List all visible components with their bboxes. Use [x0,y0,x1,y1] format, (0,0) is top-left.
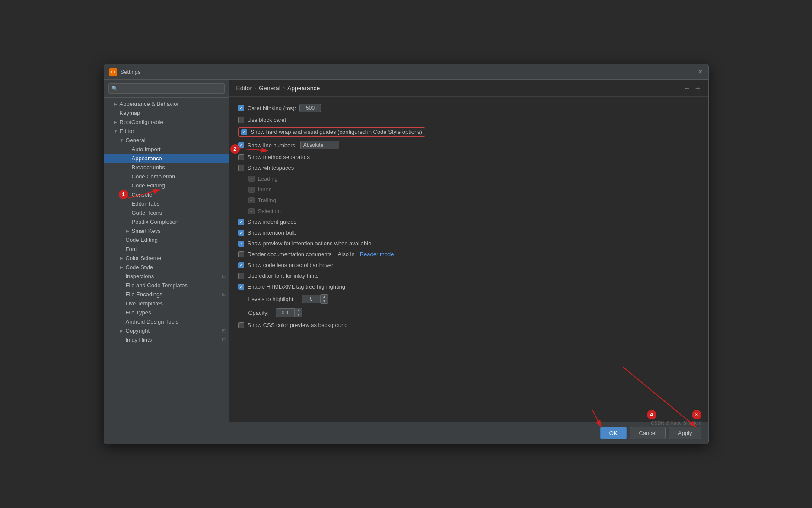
sidebar-label: Code Style [126,264,226,270]
inner-label: Inner [258,186,271,193]
sidebar-item-postfix-completion[interactable]: Postfix Completion [104,217,229,226]
sidebar-item-code-completion[interactable]: Code Completion [104,172,229,181]
apply-button[interactable]: Apply [669,427,701,439]
opacity-decrement-button[interactable]: ▼ [295,313,302,317]
sidebar-item-general[interactable]: ▼ General [104,136,229,145]
sidebar-item-editor[interactable]: ▼ Editor [104,127,229,136]
show-css-color-checkbox[interactable] [238,322,244,328]
sidebar-item-inspections[interactable]: Inspections ⊡ [104,272,229,281]
search-wrap: 🔍 [108,83,225,94]
breadcrumb-sep-1: › [255,85,256,91]
caret-blink-row: Caret blinking (ms): [238,104,700,112]
show-whitespaces-label: Show whitespaces [248,165,294,171]
sidebar-item-root-configurable[interactable]: ▶ RootConfigurable [104,117,229,127]
show-hard-wrap-row: Show hard wrap and visual guides (config… [238,127,700,137]
sidebar-item-keymap[interactable]: Keymap [104,108,229,117]
nav-back-button[interactable]: ← [684,84,691,92]
show-whitespaces-row: Show whitespaces [238,165,700,171]
search-icon: 🔍 [111,86,118,92]
breadcrumb-general[interactable]: General [259,85,280,92]
sidebar-item-android-design-tools[interactable]: Android Design Tools [104,317,229,326]
opacity-increment-button[interactable]: ▲ [295,308,302,313]
sidebar-item-color-scheme[interactable]: ▶ Color Scheme [104,254,229,263]
sidebar-label: File Types [126,309,226,316]
nav-forward-button[interactable]: → [694,84,701,92]
show-line-numbers-row: Show line numbers: Absolute Relative Hyb… [238,141,700,149]
settings-icon: ⊡ [222,337,226,343]
sidebar-item-live-templates[interactable]: Live Templates [104,299,229,308]
render-doc-checkbox[interactable] [238,251,244,257]
show-code-lens-checkbox[interactable] [238,262,244,268]
use-editor-font-row: Use editor font for inlay hints [238,273,700,279]
tree-arrow: ▶ [114,120,120,124]
show-whitespaces-checkbox[interactable] [238,165,244,171]
sidebar-label: Editor Tabs [132,200,226,207]
use-block-caret-checkbox[interactable] [238,117,244,123]
sidebar-label: Postfix Completion [132,219,226,225]
sidebar-item-gutter-icons[interactable]: Gutter Icons [104,208,229,217]
opacity-spinner: ▲ ▼ [276,308,302,318]
sidebar-item-font[interactable]: Font [104,244,229,254]
selection-checkbox[interactable] [248,208,255,214]
opacity-row: Opacity: ▲ ▼ [248,308,700,318]
show-indent-guides-label: Show indent guides [248,219,296,225]
content-area: Caret blinking (ms): Use block caret Sho… [229,97,708,422]
use-editor-font-checkbox[interactable] [238,273,244,279]
trailing-checkbox[interactable] [248,197,255,203]
sidebar-item-breadcrumbs[interactable]: Breadcrumbs [104,163,229,172]
show-intention-bulb-checkbox[interactable] [238,230,244,236]
search-input[interactable] [108,83,225,94]
opacity-input[interactable] [276,308,295,317]
titlebar: IJ Settings ✕ [104,64,708,80]
show-indent-guides-checkbox[interactable] [238,219,244,225]
reader-mode-link[interactable]: Reader mode [360,251,394,257]
show-preview-checkbox[interactable] [238,241,244,247]
sidebar-label: RootConfigurable [120,119,226,125]
annotation-4: 4 [647,410,656,419]
sidebar-label: Auto Import [132,146,226,152]
leading-checkbox[interactable] [248,176,255,182]
sidebar-item-code-style[interactable]: ▶ Code Style [104,263,229,272]
caret-blink-input[interactable] [299,104,321,112]
sidebar-label: Copyright [126,327,222,334]
breadcrumb-appearance: Appearance [287,85,320,92]
sidebar-item-appearance[interactable]: Appearance [104,154,229,163]
line-numbers-select[interactable]: Absolute Relative Hybrid [300,141,339,149]
enable-html-row: Enable HTML/XML tag tree highlighting [238,283,700,290]
inner-checkbox[interactable] [248,187,255,193]
use-block-caret-label: Use block caret [248,117,287,123]
cancel-button[interactable]: Cancel [630,427,666,439]
levels-increment-button[interactable]: ▲ [321,295,328,299]
close-button[interactable]: ✕ [697,69,703,76]
sidebar-item-auto-import[interactable]: Auto Import [104,145,229,154]
caret-blink-label: Caret blinking (ms): [248,105,296,111]
sidebar-label: Live Templates [126,300,226,307]
sidebar-item-smart-keys[interactable]: ▶ Smart Keys [104,226,229,235]
sidebar-item-code-folding[interactable]: Code Folding [104,181,229,190]
sidebar-label: Breadcrumbs [132,164,226,171]
ok-button[interactable]: OK [600,427,627,439]
leading-label: Leading [258,175,278,182]
show-method-sep-checkbox[interactable] [238,154,244,160]
use-editor-font-label: Use editor font for inlay hints [248,273,319,279]
opacity-spinner-buttons: ▲ ▼ [295,308,302,318]
levels-input[interactable] [302,295,321,303]
leading-row: Leading [248,175,700,182]
sidebar-item-appearance-behavior[interactable]: ▶ Appearance & Behavior [104,99,229,108]
caret-blink-checkbox[interactable] [238,105,244,111]
sidebar-item-file-encodings[interactable]: File Encodings ⊡ [104,290,229,299]
sidebar-item-copyright[interactable]: ▶ Copyright ⊡ [104,326,229,335]
breadcrumb-editor[interactable]: Editor [236,85,252,92]
nav-arrows: ← → [684,84,701,92]
sidebar-item-file-types[interactable]: File Types [104,308,229,317]
sidebar-item-file-code-templates[interactable]: File and Code Templates [104,281,229,290]
sidebar-label: Gutter Icons [132,210,226,216]
sidebar-item-editor-tabs[interactable]: Editor Tabs [104,199,229,208]
dialog-body: 🔍 ▶ Appearance & Behavior Keymap ▶ [104,80,708,422]
show-hard-wrap-checkbox[interactable] [241,129,247,135]
enable-html-checkbox[interactable] [238,284,244,290]
sidebar-item-inlay-hints[interactable]: Inlay Hints ⊡ [104,335,229,344]
annotation-3: 3 [692,410,701,419]
sidebar-item-code-editing[interactable]: Code Editing [104,235,229,244]
levels-decrement-button[interactable]: ▼ [321,299,328,303]
